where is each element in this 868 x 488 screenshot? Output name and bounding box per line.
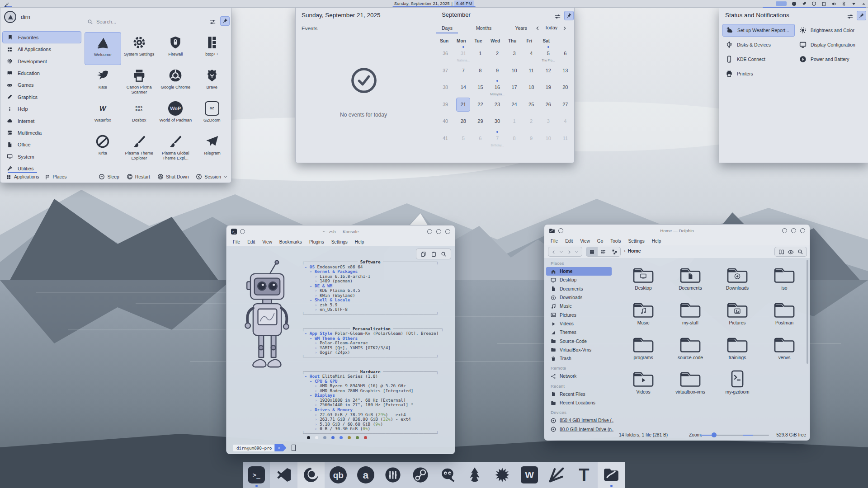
search-button[interactable] (797, 248, 803, 256)
find-icon[interactable] (441, 250, 447, 258)
place-80-0-gib-internal-drive-n-[interactable]: 80.0 GiB Internal Drive (n... (544, 425, 613, 433)
maximize-button[interactable] (791, 228, 796, 233)
app-item-canon-pixma-scanner[interactable]: Canon Pixma Scanner (121, 65, 158, 98)
file-item-documents[interactable]: Documents (667, 264, 714, 291)
file-item-venvs[interactable]: venvs (761, 334, 808, 360)
place-trash[interactable]: Trash (544, 354, 613, 363)
app-item-firewall[interactable]: Firewall (157, 32, 194, 65)
next-month-button[interactable] (562, 25, 567, 31)
dock-item-qbittorrent[interactable]: qb (325, 462, 352, 488)
calendar-day-10[interactable]: 10 (540, 131, 557, 149)
place-videos[interactable]: Videos (544, 319, 613, 328)
calendar-day-31[interactable]: 31Nationa... (455, 47, 472, 64)
session-button[interactable]: Session (196, 174, 227, 180)
file-item-downloads[interactable]: Downloads (714, 264, 761, 291)
status-item-brightness-and-color[interactable]: Brightness and Color (796, 24, 868, 37)
menu-view[interactable]: View (259, 239, 276, 244)
file-item-virtualbox-vms[interactable]: virtualbox-vms (667, 368, 714, 394)
back-history-dropdown[interactable] (559, 248, 563, 256)
app-item-world-of-padman[interactable]: WoPWorld of Padman (157, 98, 194, 131)
menu-settings[interactable]: Settings (625, 239, 648, 244)
file-item-videos[interactable]: Videos (620, 368, 667, 394)
file-item-music[interactable]: Music (620, 299, 667, 325)
calendar-day-21[interactable]: 21 (455, 98, 472, 115)
calendar-day-9[interactable]: 9 (523, 131, 540, 149)
calendar-day-22[interactable]: 22 (472, 98, 489, 115)
minimize-button[interactable] (427, 229, 432, 234)
calendar-day-6[interactable]: 6 (557, 47, 574, 64)
file-item-my-stuff[interactable]: my-stuff (667, 299, 714, 325)
app-item-welcome[interactable]: Welcome (85, 32, 121, 65)
menu-settings[interactable]: Settings (328, 239, 351, 244)
menu-tools[interactable]: Tools (607, 239, 624, 244)
scrollbar[interactable] (807, 260, 808, 364)
calendar-tab-months[interactable]: Months (472, 24, 495, 33)
app-item-btop-[interactable]: btop++ (194, 32, 231, 65)
menu-file[interactable]: File (547, 239, 561, 244)
calendar-day-2[interactable]: 2 (523, 114, 540, 131)
calendar-day-3[interactable]: 3 (540, 114, 557, 131)
file-item-source-code[interactable]: source-code (667, 334, 714, 360)
status-item-display-configuration[interactable]: Display Configuration (796, 38, 868, 51)
menu-plugins[interactable]: Plugins (306, 239, 328, 244)
folder-view[interactable]: DesktopDocumentsDownloadsisoMusicmy-stuf… (613, 258, 807, 429)
terminal-view[interactable]: ┌───────────────────── Software ────────… (226, 246, 455, 454)
place-documents[interactable]: Documents (544, 285, 613, 293)
dolphin-titlebar[interactable]: Home — Dolphin (544, 225, 810, 236)
place-source-code[interactable]: Source-Code (544, 337, 613, 345)
application-launcher-button[interactable] (4, 0, 12, 7)
breadcrumb[interactable]: › Home (624, 248, 641, 253)
breadcrumb-location[interactable]: Home (628, 248, 641, 253)
app-item-dosbox[interactable]: DOSBOXDosbox (121, 98, 158, 131)
app-item-kate[interactable]: Kate (85, 65, 121, 98)
file-item-trainings[interactable]: trainings (714, 334, 761, 360)
menu-help[interactable]: Help (648, 239, 665, 244)
dock-item-a-app[interactable]: a (352, 462, 379, 488)
calendar-day-16[interactable]: 16Malaysia... (489, 80, 506, 98)
place-850-4-gib-internal-drive-[interactable]: 850.4 GiB Internal Drive (... (544, 416, 613, 425)
status-item-disks-devices[interactable]: Disks & Devices (722, 38, 795, 51)
calendar-day-20[interactable]: 20 (557, 80, 574, 98)
calendar-day-17[interactable]: 17 (506, 80, 523, 98)
calendar-day-19[interactable]: 19 (540, 80, 557, 98)
tab-circle-icon[interactable] (558, 228, 563, 233)
file-item-desktop[interactable]: Desktop (620, 264, 667, 291)
tree-view-button[interactable] (609, 247, 620, 256)
file-item-programs[interactable]: programs (620, 334, 667, 360)
calendar-day-10[interactable]: 10 (506, 64, 523, 81)
dock-item-konsole[interactable]: >_ (243, 462, 270, 488)
calendar-day-1[interactable]: 1 (506, 114, 523, 131)
status-item-printers[interactable]: Printers (722, 67, 795, 80)
place-pictures[interactable]: Pictures (544, 310, 613, 319)
dock-item-rays-app[interactable] (543, 462, 570, 488)
app-item-gzdoom[interactable]: GZGZDoom (194, 98, 231, 131)
dock-item-w-wave-app[interactable]: W (516, 462, 543, 488)
calendar-month-title[interactable]: September (431, 11, 481, 18)
shut-down-button[interactable]: Shut Down (157, 174, 189, 180)
menu-view[interactable]: View (576, 239, 594, 244)
dock-item-gimp[interactable] (434, 462, 461, 488)
menu-edit[interactable]: Edit (561, 239, 576, 244)
app-item-system-settings[interactable]: System Settings (121, 32, 158, 65)
footer-tab-places[interactable]: Places (45, 174, 67, 180)
previous-month-button[interactable] (535, 25, 540, 31)
forward-history-dropdown[interactable] (575, 248, 579, 256)
digital-clock[interactable]: Sunday, September 21, 2025 | 6:46 PM (393, 0, 476, 7)
dock-item-script-app[interactable]: T (571, 462, 598, 488)
configure-icon[interactable] (209, 18, 216, 26)
place-themes[interactable]: Themes (544, 328, 613, 337)
close-button[interactable] (445, 229, 450, 234)
dock-item-steam[interactable] (406, 462, 434, 488)
app-item-waterfox[interactable]: WWaterfox (85, 98, 121, 131)
calendar-day-25[interactable]: 25 (523, 98, 540, 115)
split-view-button[interactable] (778, 248, 784, 256)
dock-item-audio-mixer[interactable] (379, 462, 406, 488)
today-button[interactable]: Today (545, 25, 557, 30)
pin-button[interactable] (220, 16, 230, 26)
zoom-slider[interactable] (701, 435, 769, 436)
calendar-day-7[interactable]: 7 (455, 64, 472, 81)
pin-button[interactable] (564, 11, 574, 20)
zoom-slider-handle[interactable] (712, 432, 717, 437)
forward-button[interactable] (567, 248, 571, 256)
menu-file[interactable]: File (229, 239, 244, 244)
